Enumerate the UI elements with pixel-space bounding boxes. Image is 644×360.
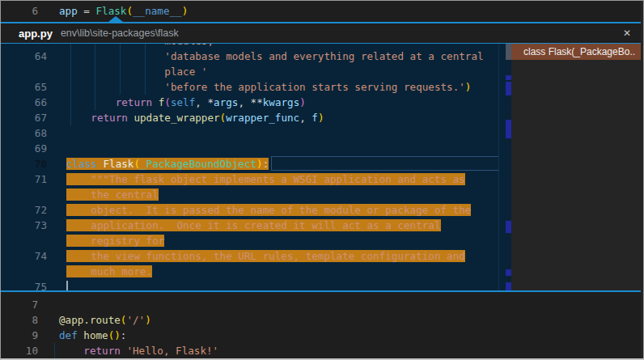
token-cls: _PackageBoundObject <box>140 158 256 170</box>
peek-caret-icon <box>108 16 123 22</box>
code-text: place ' <box>66 64 207 79</box>
token-plain: : <box>121 329 127 341</box>
code-row-8[interactable]: 8@app.route('/') <box>1 312 643 328</box>
token-str: object. It is passed the name of the mod… <box>66 204 471 216</box>
code-row-wrap[interactable]: much more. <box>1 264 498 279</box>
code-row-66[interactable]: 66 return f(self, *args, **kwargs) <box>1 95 498 110</box>
line-number: 73 <box>1 218 47 233</box>
indent-guide <box>54 343 55 358</box>
peek-definition-widget: app.py env\lib\site-packages\flask ✕ mod… <box>1 22 643 292</box>
token-plain <box>97 158 104 170</box>
token-str: place ' <box>66 66 207 78</box>
code-text: return update_wrapper(wrapper_func, f) <box>66 110 324 125</box>
code-row-10[interactable]: 10 return 'Hello, Flask!' <box>1 343 643 358</box>
token-str: 'before the application starts serving r… <box>66 81 465 93</box>
code-row-67[interactable]: 67 return update_wrapper(wrapper_func, f… <box>1 110 498 125</box>
selection-highlight: object. It is passed the name of the mod… <box>66 204 471 216</box>
token-p1: ( <box>133 158 140 170</box>
line-number: 64 <box>1 49 47 64</box>
close-icon[interactable]: ✕ <box>619 25 635 41</box>
line-number: 8 <box>1 312 38 328</box>
peek-title-bar: app.py env\lib\site-packages\flask ✕ <box>1 23 643 43</box>
token-str: """The flask object implements a WSGI ap… <box>66 173 465 185</box>
code-row-9[interactable]: 9def home(): <box>1 328 643 343</box>
token-str: application. Once it is created it will … <box>66 219 441 231</box>
code-row-wrap[interactable]: the central <box>1 187 498 202</box>
token-plain: : <box>263 158 269 170</box>
token-ctrl: return <box>83 345 121 357</box>
token-clsdef: Flask <box>104 158 134 170</box>
code-text: registry for <box>66 233 164 248</box>
line-number: 70 <box>1 156 47 172</box>
code-row-7[interactable]: 7 <box>1 297 643 312</box>
code-row-69[interactable]: 69 <box>1 141 498 156</box>
token-p1: ) <box>465 81 472 93</box>
peek-code-editor[interactable]: modules,64 'database models and everythi… <box>1 44 498 290</box>
code-row-74[interactable]: 74 the view functions, the URL rules, te… <box>1 248 498 264</box>
reference-list-item-selected[interactable]: class Flask(_PackageBo.. <box>511 44 643 60</box>
token-fn: update_wrapper <box>133 112 219 124</box>
line-number: 68 <box>1 125 47 141</box>
token-str: 'database models and everything related … <box>66 50 484 62</box>
line-number: 69 <box>1 141 47 156</box>
selection-highlight: registry for <box>66 235 164 247</box>
code-row-wrap[interactable]: place ' <box>1 64 498 79</box>
overview-ruler-mark <box>506 282 511 290</box>
code-row-73[interactable]: 73 application. Once it is created it wi… <box>1 218 498 233</box>
code-row-wrap[interactable]: registry for <box>1 233 498 248</box>
line-number: 75 <box>1 279 47 290</box>
token-str: the view functions, the URL rules, templ… <box>66 250 465 262</box>
token-var: app <box>59 5 78 17</box>
overview-ruler-mark <box>506 269 511 276</box>
overview-ruler-mark <box>506 82 511 95</box>
token-ctrl: return <box>116 96 153 108</box>
code-row-65[interactable]: 65 'before the application starts servin… <box>1 79 498 95</box>
peek-scrollbar[interactable] <box>498 44 511 290</box>
token-p1: ) <box>145 314 151 326</box>
code-row-70[interactable]: 70class Flask(_PackageBoundObject): <box>1 156 498 172</box>
token-plain: = <box>78 5 96 17</box>
code-text: much more. <box>66 264 152 279</box>
code-text: class Flask(_PackageBoundObject): <box>66 156 269 172</box>
code-row-72[interactable]: 72 object. It is passed the name of the … <box>1 202 498 218</box>
line-number: 74 <box>1 248 47 264</box>
line-number: 9 <box>1 328 38 343</box>
line-number: 66 <box>1 95 47 110</box>
current-line-border <box>271 156 498 171</box>
token-var: f <box>311 112 318 124</box>
code-row-64[interactable]: 64 'database models and everything relat… <box>1 49 498 64</box>
token-str: 'Hello, Flask!' <box>126 345 218 357</box>
selection-highlight: """The flask object implements a WSGI ap… <box>66 173 465 185</box>
token-fn: home <box>83 329 108 341</box>
selection-highlight: application. Once it is created it will … <box>66 219 441 231</box>
code-row-68[interactable]: 68 <box>1 125 498 141</box>
main-editor-bottom[interactable]: 78@app.route('/')9def home():10 return '… <box>1 292 643 359</box>
line-number: 6 <box>1 3 38 19</box>
main-editor-top[interactable]: 6app = Flask(__name__) <box>1 1 643 22</box>
token-ctrl: return <box>91 112 128 124</box>
selection-highlight: the view functions, the URL rules, templ… <box>66 250 465 262</box>
text-cursor <box>66 281 68 290</box>
code-row-6[interactable]: 6app = Flask(__name__) <box>1 3 643 19</box>
token-plain <box>59 345 83 357</box>
token-kw: __name__ <box>133 5 182 17</box>
token-p2: ( <box>164 96 171 108</box>
code-text: the view functions, the URL rules, templ… <box>66 248 465 264</box>
code-text: return f(self, *args, **kwargs) <box>66 95 306 110</box>
peek-references-panel: class Flask(_PackageBo.. <box>511 44 643 290</box>
peek-body: modules,64 'database models and everythi… <box>1 44 643 290</box>
overview-ruler-mark <box>506 120 511 138</box>
vscode-editor-window: 6app = Flask(__name__) app.py env\lib\si… <box>0 0 644 360</box>
code-row-75[interactable]: 75 <box>1 279 498 290</box>
token-p1: ) <box>182 5 189 17</box>
token-p1: ( <box>126 5 133 17</box>
code-text: """The flask object implements a WSGI ap… <box>66 172 465 187</box>
code-text: 'database models and everything related … <box>66 49 484 64</box>
code-row-71[interactable]: 71 """The flask object implements a WSGI… <box>1 172 498 187</box>
token-plain: , <box>299 112 311 124</box>
line-number: 65 <box>1 79 47 95</box>
code-text: 'before the application starts serving r… <box>66 79 471 95</box>
selection-highlight: class Flask(_PackageBoundObject): <box>66 158 269 170</box>
selection-highlight: much more. <box>66 265 152 277</box>
peek-file-path: env\lib\site-packages\flask <box>61 28 179 39</box>
